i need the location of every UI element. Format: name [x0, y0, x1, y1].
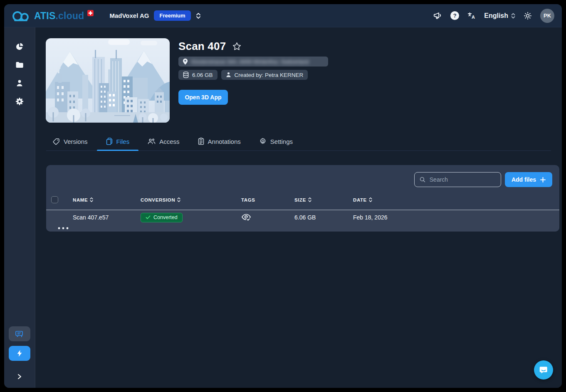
language-label: English	[484, 12, 508, 20]
select-all-checkbox[interactable]	[51, 196, 58, 203]
ellipsis-icon	[58, 227, 69, 229]
chevron-right-icon	[17, 374, 22, 380]
folder-icon	[15, 61, 24, 69]
sidebar-bottom-actions	[9, 326, 30, 382]
meta-badges: 6.06 GB Created by: Petra KERNER	[178, 70, 328, 80]
column-header-tags[interactable]: TAGS	[241, 197, 294, 202]
tag-icon	[53, 138, 60, 145]
eye-check-icon	[241, 213, 252, 222]
pie-chart-icon	[15, 42, 24, 51]
top-navbar: ATIS.cloud MadVoxel AG Freemium ?	[4, 4, 562, 27]
svg-text:A: A	[472, 15, 475, 20]
gear-icon	[15, 97, 24, 106]
database-icon	[183, 71, 189, 78]
sort-icon	[369, 197, 372, 202]
column-header-date[interactable]: DATE	[353, 197, 521, 202]
file-size: 6.06 GB	[294, 214, 353, 221]
feedback-chat-icon	[15, 330, 24, 338]
content-area: Scan 407 Klosterstrasse 34A, 8406 Win	[4, 27, 562, 388]
file-name: Scan 407.e57	[73, 214, 141, 221]
org-name: MadVoxel AG	[109, 12, 149, 19]
language-chevron-icon	[511, 12, 515, 19]
column-header-size[interactable]: SIZE	[294, 197, 353, 202]
files-icon	[106, 138, 113, 145]
theme-toggle-sun-icon[interactable]	[523, 11, 532, 20]
tags-cell[interactable]	[241, 213, 294, 222]
tab-annotations[interactable]: Annotations	[189, 132, 250, 150]
cloud-logo-icon	[12, 10, 31, 22]
tab-files[interactable]: Files	[97, 132, 139, 150]
tab-settings[interactable]: Settings	[250, 132, 302, 150]
sidebar-item-settings[interactable]	[11, 93, 28, 110]
main-panel: Scan 407 Klosterstrasse 34A, 8406 Win	[35, 27, 562, 388]
settings-gear-icon	[259, 138, 267, 145]
city-illustration	[46, 38, 170, 123]
table-header-row: NAME CONVERSION TAGS SIZE	[46, 194, 559, 210]
feedback-button[interactable]	[9, 326, 30, 341]
left-sidebar	[4, 27, 35, 388]
created-by-badge: Created by: Petra KERNER	[221, 70, 308, 80]
language-selector[interactable]: English	[484, 12, 515, 20]
scan-hero: Scan 407 Klosterstrasse 34A, 8406 Win	[46, 38, 328, 123]
location-badge: Klosterstrasse 34A, 8406 Winterthur, Swi…	[178, 57, 328, 67]
sidebar-item-users[interactable]	[11, 75, 28, 91]
user-avatar[interactable]: PK	[540, 9, 554, 23]
open-3d-app-button[interactable]: Open 3D App	[178, 90, 228, 105]
annotations-clipboard-icon	[198, 138, 204, 145]
app-window: ATIS.cloud MadVoxel AG Freemium ?	[4, 4, 562, 388]
check-icon	[146, 215, 151, 219]
support-chat-button[interactable]	[534, 360, 553, 380]
search-input[interactable]	[430, 176, 496, 183]
sidebar-item-projects[interactable]	[11, 57, 28, 73]
org-selector: MadVoxel AG Freemium	[109, 10, 200, 21]
access-people-icon	[148, 138, 156, 145]
plus-icon	[540, 177, 546, 182]
table-toolbar: Add files	[46, 165, 559, 194]
search-icon	[420, 176, 425, 183]
tab-access[interactable]: Access	[138, 132, 188, 150]
table-row[interactable]: Scan 407.e57 Converted	[46, 210, 559, 232]
column-header-name[interactable]: NAME	[73, 197, 141, 202]
brand-name: ATIS.cloud	[34, 10, 84, 22]
brand-logo[interactable]: ATIS.cloud	[12, 10, 94, 22]
lightning-bolt-icon	[16, 350, 23, 357]
person-icon	[16, 79, 23, 87]
location-text: Klosterstrasse 34A, 8406 Winterthur, Swi…	[191, 59, 309, 65]
translate-icon[interactable]: A	[467, 12, 476, 20]
screenshot-frame: ATIS.cloud MadVoxel AG Freemium ?	[0, 0, 566, 392]
sort-icon	[177, 197, 180, 202]
location-pin-icon	[183, 58, 188, 65]
favorite-star-icon[interactable]	[232, 42, 241, 51]
announcements-megaphone-icon[interactable]	[433, 12, 442, 20]
sidebar-item-dashboard[interactable]	[11, 38, 28, 55]
sort-icon	[90, 197, 93, 202]
add-files-button[interactable]: Add files	[505, 172, 552, 187]
swiss-flag-icon	[87, 10, 94, 16]
size-badge: 6.06 GB	[178, 70, 218, 80]
search-box[interactable]	[414, 172, 501, 187]
help-icon[interactable]: ?	[450, 11, 459, 20]
sort-icon	[308, 197, 311, 202]
files-table-card: Add files NAME CONVERSION	[46, 165, 559, 232]
conversion-status-badge: Converted	[141, 213, 183, 222]
row-actions-menu[interactable]	[51, 227, 73, 229]
file-date: Feb 18, 2026	[353, 214, 521, 221]
org-switch-chevron-icon[interactable]	[196, 12, 201, 20]
page-title: Scan 407	[178, 40, 226, 53]
scan-thumbnail[interactable]	[46, 38, 170, 123]
detail-tabs: Versions Files Access	[46, 132, 551, 151]
column-header-conversion[interactable]: CONVERSION	[141, 197, 241, 202]
plan-badge[interactable]: Freemium	[154, 10, 190, 21]
tab-versions[interactable]: Versions	[46, 132, 97, 150]
navbar-actions: ? A English	[433, 9, 554, 23]
chat-bubble-icon	[539, 365, 548, 375]
quick-action-button[interactable]	[9, 346, 30, 361]
creator-person-icon	[226, 72, 231, 78]
sidebar-expand-button[interactable]	[15, 371, 24, 382]
scan-details: Scan 407 Klosterstrasse 34A, 8406 Win	[178, 38, 328, 123]
